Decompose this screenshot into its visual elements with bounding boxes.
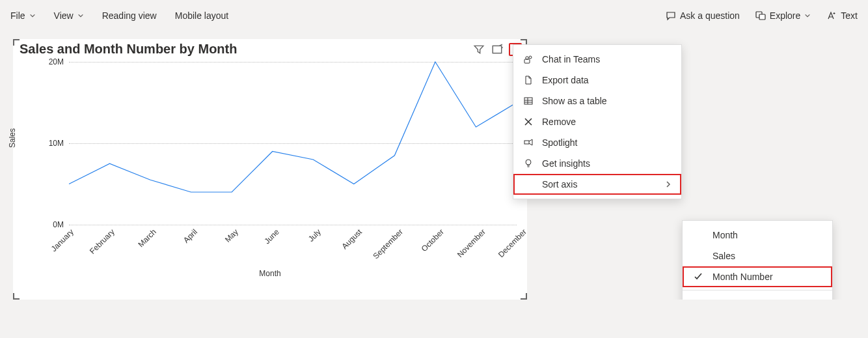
- x-axis-label: Month: [13, 269, 527, 278]
- x-tick-label: February: [88, 227, 116, 256]
- y-tick-label: 10M: [49, 139, 64, 148]
- ask-question-button[interactable]: Ask a question: [666, 10, 740, 21]
- sort-by-month[interactable]: Month: [683, 225, 832, 246]
- report-canvas: Sales and Month Number by Month Sales 0M…: [0, 31, 868, 300]
- menu-divider: [683, 290, 832, 290]
- sort-descending[interactable]: ZA Sort descending: [683, 293, 832, 300]
- menu-label: Export data: [542, 75, 589, 85]
- menu-label: Get insights: [542, 158, 590, 169]
- x-tick-label: December: [496, 227, 528, 259]
- y-tick-label: 20M: [49, 57, 64, 66]
- explore-icon: [755, 10, 766, 21]
- y-axis-ticks: 0M10M20M: [43, 62, 66, 225]
- svg-rect-1: [759, 14, 765, 20]
- menu-label: Remove: [542, 117, 576, 127]
- svg-rect-8: [524, 59, 530, 63]
- menu-label: Month Number: [712, 272, 773, 282]
- x-tick-label: November: [455, 227, 487, 259]
- y-axis-label: Sales: [8, 128, 17, 148]
- check-icon: [692, 272, 705, 281]
- menu-label: Chat in Teams: [542, 54, 600, 64]
- selection-handle-br[interactable]: [521, 293, 527, 300]
- x-tick-label: June: [263, 227, 281, 246]
- file-menu[interactable]: File: [10, 10, 36, 21]
- sort-by-month-number[interactable]: Month Number: [683, 266, 832, 287]
- reading-view-label: Reading view: [102, 10, 157, 21]
- text-icon: [826, 10, 837, 21]
- svg-rect-9: [524, 98, 532, 104]
- gridline: [69, 225, 517, 225]
- menu-sort-axis[interactable]: Sort axis: [513, 174, 681, 195]
- x-axis-ticks: JanuaryFebruaryMarchAprilMayJuneJulyAugu…: [69, 227, 522, 266]
- y-tick-label: 0M: [53, 220, 64, 229]
- sort-desc-icon: ZA: [712, 298, 724, 300]
- table-icon: [522, 96, 534, 106]
- mobile-layout-label: Mobile layout: [175, 10, 229, 21]
- teams-icon: [522, 54, 534, 64]
- close-icon: [522, 117, 534, 127]
- x-tick-label: January: [49, 227, 75, 253]
- focus-mode-button[interactable]: [491, 43, 504, 56]
- filter-icon-button[interactable]: [472, 43, 485, 56]
- menu-remove[interactable]: Remove: [513, 111, 681, 132]
- x-tick-label: March: [136, 227, 157, 249]
- text-button[interactable]: Text: [826, 10, 858, 21]
- menu-label: Month: [712, 230, 738, 240]
- selection-handle-bl[interactable]: [13, 293, 20, 300]
- x-tick-label: May: [223, 227, 240, 244]
- svg-rect-10: [524, 141, 529, 144]
- x-tick-label: April: [182, 227, 199, 245]
- svg-point-6: [529, 56, 532, 59]
- toolbar: File View Reading view Mobile layout Ask…: [0, 0, 868, 31]
- svg-rect-2: [493, 46, 502, 53]
- menu-label: Sort descending: [732, 298, 798, 300]
- menu-show-table[interactable]: Show as a table: [513, 91, 681, 111]
- lightbulb-icon: [522, 158, 534, 169]
- filter-icon: [473, 44, 485, 55]
- menu-label: Show as a table: [542, 96, 607, 106]
- line-series: [69, 62, 517, 192]
- file-label: File: [10, 10, 25, 21]
- chevron-right-icon: [664, 180, 672, 188]
- toolbar-right: Ask a question Explore Text: [666, 10, 858, 21]
- menu-spotlight[interactable]: Spotlight: [513, 132, 681, 153]
- visual-context-menu: Chat in Teams Export data Show as a tabl…: [513, 44, 682, 199]
- export-icon: [522, 75, 534, 85]
- menu-label: Sales: [712, 251, 735, 261]
- ask-label: Ask a question: [680, 10, 740, 21]
- visual-title: Sales and Month Number by Month: [13, 39, 527, 59]
- reading-view-button[interactable]: Reading view: [102, 10, 157, 21]
- focus-icon: [491, 44, 503, 55]
- menu-label: Spotlight: [542, 137, 577, 148]
- chat-icon: [666, 10, 676, 21]
- menu-chat-teams[interactable]: Chat in Teams: [513, 49, 681, 70]
- spotlight-icon: [522, 137, 534, 148]
- view-label: View: [54, 10, 74, 21]
- text-label: Text: [841, 10, 858, 21]
- sort-axis-submenu: Month Sales Month Number ZA Sort descend…: [682, 220, 833, 300]
- x-tick-label: October: [420, 227, 446, 253]
- view-menu[interactable]: View: [54, 10, 84, 21]
- menu-export-data[interactable]: Export data: [513, 70, 681, 91]
- chevron-down-icon: [29, 12, 36, 19]
- menu-get-insights[interactable]: Get insights: [513, 153, 681, 174]
- x-tick-label: August: [340, 227, 363, 251]
- selection-handle-tl[interactable]: [13, 39, 20, 46]
- explore-label: Explore: [770, 10, 800, 21]
- chevron-down-icon: [77, 12, 84, 19]
- toolbar-left: File View Reading view Mobile layout: [10, 10, 228, 21]
- visual-frame[interactable]: Sales and Month Number by Month Sales 0M…: [13, 39, 527, 300]
- mobile-layout-button[interactable]: Mobile layout: [175, 10, 229, 21]
- menu-label: Sort axis: [542, 179, 577, 190]
- explore-menu[interactable]: Explore: [755, 10, 811, 21]
- sort-by-sales[interactable]: Sales: [683, 246, 832, 266]
- x-tick-label: July: [306, 227, 323, 244]
- chevron-down-icon: [804, 12, 811, 19]
- x-tick-label: September: [372, 227, 405, 261]
- svg-point-11: [526, 160, 531, 165]
- plot: [69, 62, 517, 225]
- chart-area: Sales 0M10M20M: [33, 62, 522, 225]
